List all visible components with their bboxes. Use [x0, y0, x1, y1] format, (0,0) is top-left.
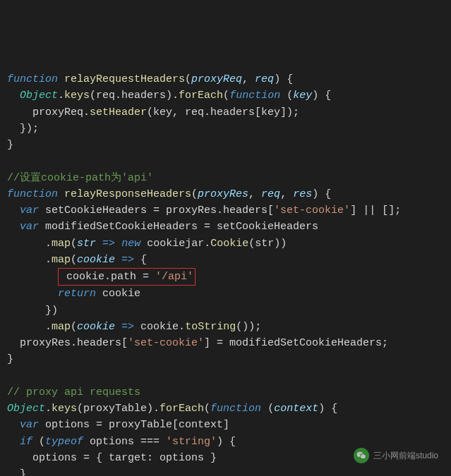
- code-line[interactable]: }): [7, 303, 444, 319]
- code-token: Cookie: [210, 238, 248, 250]
- code-token: proxyReq: [191, 73, 242, 85]
- code-token: proxyReq.: [32, 106, 90, 118]
- wechat-icon: [354, 448, 369, 463]
- code-line[interactable]: proxyRes.headers['set-cookie'] = modifie…: [7, 335, 444, 351]
- code-token: req: [255, 73, 274, 85]
- code-token: map: [52, 254, 71, 266]
- code-token: function: [7, 73, 58, 85]
- code-line[interactable]: });: [7, 121, 444, 137]
- watermark: 三小网前端studio: [354, 448, 438, 463]
- code-token: map: [52, 321, 71, 333]
- code-token: .: [45, 403, 52, 415]
- code-token: options = { target: options }: [32, 452, 217, 464]
- watermark-text: 三小网前端studio: [373, 449, 438, 463]
- code-token: ());: [236, 321, 261, 333]
- code-token: cookie: [77, 321, 115, 333]
- code-token: keys: [64, 90, 90, 102]
- code-token: function: [210, 403, 261, 415]
- code-editor-viewport[interactable]: function relayRequestHeaders(proxyReq, r…: [7, 71, 444, 476]
- code-token: [115, 254, 121, 266]
- code-token: ,: [280, 188, 293, 200]
- code-token: var: [20, 205, 39, 216]
- code-token: ) {: [312, 188, 331, 200]
- highlight-box: cookie.path = '/api': [58, 268, 196, 286]
- code-token: setHeader: [90, 106, 147, 118]
- code-token: }: [20, 468, 26, 476]
- code-token: });: [20, 123, 39, 135]
- code-token: function: [7, 188, 58, 200]
- code-token: [115, 321, 121, 333]
- code-line[interactable]: }: [7, 137, 444, 153]
- code-token: ) {: [318, 403, 337, 415]
- code-line[interactable]: }: [7, 466, 444, 476]
- code-token: var: [20, 419, 39, 431]
- code-token: (: [71, 238, 77, 250]
- code-line[interactable]: .map(str => new cookiejar.Cookie(str)): [7, 236, 444, 252]
- code-token: (proxyTable).: [77, 403, 160, 415]
- code-token: (: [223, 90, 229, 102]
- code-token: forEach: [160, 403, 204, 415]
- code-line[interactable]: [7, 153, 444, 169]
- code-token: [58, 188, 64, 200]
- code-line[interactable]: // proxy api requests: [7, 384, 444, 401]
- code-token: 'set-cookie': [128, 337, 204, 349]
- code-token: }: [7, 139, 13, 151]
- code-line[interactable]: [7, 368, 444, 384]
- code-line[interactable]: var modifiedSetCookieHeaders = setCookie…: [7, 219, 444, 235]
- code-token: toString: [185, 321, 236, 333]
- code-token: return: [58, 288, 96, 300]
- code-line[interactable]: //设置cookie-path为'api': [7, 170, 444, 186]
- code-line[interactable]: var options = proxyTable[context]: [7, 417, 444, 433]
- code-line[interactable]: Object.keys(proxyTable).forEach(function…: [7, 401, 444, 417]
- code-token: str: [77, 238, 96, 250]
- code-token: key: [293, 90, 312, 102]
- code-token: cookiejar.: [140, 238, 210, 250]
- code-token: options ===: [83, 436, 166, 448]
- code-token: (: [191, 188, 198, 200]
- code-token: =>: [121, 254, 134, 266]
- code-line[interactable]: function relayResponseHeaders(proxyRes, …: [7, 186, 444, 202]
- code-line[interactable]: cookie.path = '/api': [7, 268, 444, 286]
- code-token: context: [274, 403, 318, 415]
- code-token: typeof: [45, 436, 83, 448]
- code-token: (key, req.headers[key]);: [147, 106, 299, 118]
- code-token: (: [185, 73, 191, 85]
- code-token: ) {: [274, 73, 293, 85]
- code-line[interactable]: proxyReq.setHeader(key, req.headers[key]…: [7, 104, 444, 121]
- code-token: forEach: [179, 90, 223, 102]
- code-token: '/api': [155, 271, 193, 283]
- code-token: proxyRes: [198, 188, 248, 200]
- code-line[interactable]: function relayRequestHeaders(proxyReq, r…: [7, 71, 444, 87]
- code-token: ] || [];: [350, 205, 401, 216]
- code-token: [115, 238, 121, 250]
- code-line[interactable]: .map(cookie => {: [7, 252, 444, 268]
- code-token: relayRequestHeaders: [64, 73, 185, 85]
- code-token: modifiedSetCookieHeaders = setCookieHead…: [39, 221, 318, 233]
- code-token: cookie.path =: [60, 271, 155, 283]
- code-token: =>: [121, 321, 134, 333]
- code-token: ,: [248, 188, 261, 200]
- code-line[interactable]: return cookie: [7, 286, 444, 302]
- code-token: .: [58, 90, 64, 102]
- code-token: }: [7, 353, 13, 365]
- code-token: {: [134, 254, 147, 266]
- code-token: map: [52, 238, 71, 250]
- code-token: 'set-cookie': [274, 205, 350, 216]
- code-token: ,: [242, 73, 255, 85]
- code-token: (: [280, 90, 293, 102]
- code-line[interactable]: Object.keys(req.headers).forEach(functio…: [7, 87, 444, 104]
- code-token: [96, 238, 102, 250]
- code-token: Object: [7, 403, 45, 415]
- code-line[interactable]: }: [7, 351, 444, 367]
- code-token: cookie: [77, 254, 115, 266]
- code-token: .: [45, 254, 52, 266]
- code-token: }): [45, 305, 58, 317]
- code-token: if: [20, 436, 32, 448]
- code-line[interactable]: .map(cookie => cookie.toString());: [7, 319, 444, 335]
- code-token: setCookieHeaders = proxyRes.headers[: [39, 205, 274, 216]
- code-token: (str)): [248, 238, 287, 250]
- code-token: (: [204, 403, 210, 415]
- code-line[interactable]: var setCookieHeaders = proxyRes.headers[…: [7, 202, 444, 219]
- code-token: options = proxyTable[context]: [39, 419, 229, 431]
- code-token: (: [71, 321, 77, 333]
